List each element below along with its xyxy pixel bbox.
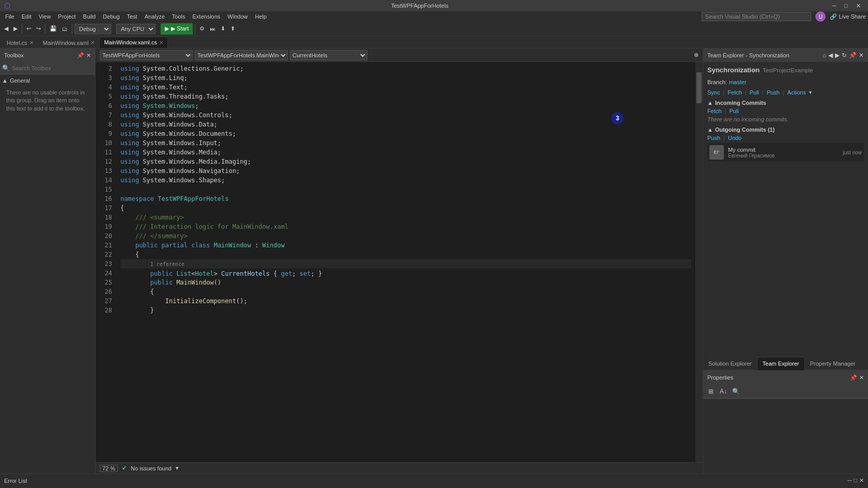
te-refresh-btn[interactable]: ↻	[842, 52, 847, 59]
tab-mainwindow-xaml-close[interactable]: ✕	[90, 40, 95, 45]
error-list-header-row: Error List ─ □ ✕	[0, 474, 868, 487]
te-pin-btn[interactable]: 📌	[849, 52, 857, 59]
menu-build[interactable]: Build	[80, 11, 99, 22]
member-dropdown[interactable]: TestWPFAppForHotels.MainWindow	[195, 50, 288, 60]
bottom-section: Error List ─ □ ✕ Entire Solution Current…	[0, 474, 868, 488]
user-avatar: U	[815, 11, 826, 22]
forward-btn[interactable]: ▶	[11, 23, 20, 35]
menu-test[interactable]: Test	[124, 11, 141, 22]
collapse-icon-2: ▲	[707, 127, 713, 133]
team-explorer-panel: Team Explorer - Synchronization ⌂ ◀ ▶ ↻ …	[703, 49, 868, 474]
search-box[interactable]: Search Visual Studio (Ctrl+Q)	[702, 12, 811, 21]
menu-edit[interactable]: Edit	[19, 11, 35, 22]
vertical-scrollbar[interactable]	[695, 62, 703, 462]
error-list-float-btn[interactable]: □	[854, 477, 857, 484]
menu-debug[interactable]: Debug	[100, 11, 122, 22]
property-manager-tab[interactable]: Property Manager	[805, 357, 861, 370]
te-branch-name[interactable]: master	[729, 79, 747, 85]
te-push-link[interactable]: Push	[767, 89, 780, 96]
props-pin-btn[interactable]: 📌	[850, 374, 857, 381]
menu-extensions[interactable]: Extensions	[190, 11, 224, 22]
error-list-close-btn[interactable]: ✕	[859, 477, 864, 484]
code-line-19: /// Interaction logic for MainWindow.xam…	[120, 222, 691, 231]
code-line-2: using System.Collections.Generic;	[120, 64, 691, 73]
method-dropdown[interactable]: CurrentHotels	[290, 50, 367, 60]
save-btn[interactable]: 💾	[48, 23, 59, 35]
toolbox-header: Toolbox 📌 ✕	[0, 49, 95, 62]
platform-dropdown[interactable]: Any CPU x86 x64	[116, 24, 156, 34]
expand-collapse-icon[interactable]: ⊕	[694, 52, 699, 58]
props-prop-pages-btn[interactable]: 🔍	[730, 386, 741, 397]
team-explorer-tab[interactable]: Team Explorer	[757, 357, 805, 370]
code-editor[interactable]: using System.Collections.Generic; using …	[116, 62, 695, 462]
error-list-pin-btn[interactable]: ─	[848, 477, 852, 484]
step-over-btn[interactable]: ⏭	[208, 23, 218, 35]
tab-hotel-cs-close[interactable]: ✕	[29, 40, 34, 45]
namespace-dropdown[interactable]: TestWPFAppForHotels	[100, 50, 193, 60]
menu-window[interactable]: Window	[224, 11, 251, 22]
start-button[interactable]: ▶ ▶ Start	[161, 23, 193, 35]
step-in-btn[interactable]: ⬇	[219, 23, 227, 35]
te-project-name: TestProjectExample	[763, 67, 813, 73]
te-outgoing-header[interactable]: ▲ Outgoing Commits (1)	[707, 127, 864, 133]
tab-mainwindow-xaml-cs[interactable]: MainWindow.xaml.cs ✕	[99, 37, 168, 48]
menu-file[interactable]: File	[2, 11, 18, 22]
toolbar-sep-1	[22, 24, 22, 34]
play-icon: ▶	[165, 25, 169, 32]
te-pull-link[interactable]: Pull	[750, 89, 759, 96]
te-push-action[interactable]: Push	[707, 135, 720, 141]
code-line-17: {	[120, 203, 691, 213]
te-incoming-pull[interactable]: Pull	[729, 108, 738, 114]
undo-btn[interactable]: ↩	[24, 23, 33, 35]
search-icon: 🔍	[2, 65, 10, 72]
step-out-btn[interactable]: ⬆	[228, 23, 237, 35]
maximize-btn[interactable]: □	[841, 3, 851, 9]
props-close-btn[interactable]: ✕	[859, 374, 864, 381]
te-back-btn[interactable]: ◀	[828, 52, 833, 59]
solution-explorer-tab[interactable]: Solution Explorer	[703, 357, 757, 370]
save-all-btn[interactable]: 🗂	[60, 23, 70, 35]
toolbox-pin-btn[interactable]: 📌	[77, 52, 84, 59]
te-actions-arrow[interactable]: ▾	[809, 89, 812, 96]
te-home-btn[interactable]: ⌂	[823, 52, 826, 59]
props-categorized-btn[interactable]: ⊞	[705, 386, 717, 397]
te-fetch-link[interactable]: Fetch	[727, 89, 742, 96]
tab-hotel-cs-label: Hotel.cs	[7, 40, 27, 46]
menu-analyze[interactable]: Analyze	[142, 11, 168, 22]
window-controls[interactable]: ─ □ ✕	[829, 3, 864, 9]
te-undo-action[interactable]: Undo	[728, 135, 741, 141]
props-alphabetical-btn[interactable]: A↓	[718, 386, 729, 397]
te-outgoing-links: Push | Undo	[707, 135, 864, 141]
te-incoming-fetch[interactable]: Fetch	[707, 108, 722, 114]
code-area[interactable]: 23456 7891011 1213141516 1718192021 2223…	[96, 62, 703, 462]
menu-help[interactable]: Help	[252, 11, 270, 22]
te-sync-link[interactable]: Sync	[707, 89, 720, 96]
live-share-btn[interactable]: 🔗 Live Share	[830, 13, 866, 20]
back-btn[interactable]: ◀	[2, 23, 10, 35]
toolbox-panel: Toolbox 📌 ✕ 🔍 ▲ General There are no usa…	[0, 49, 96, 474]
debug-mode-dropdown[interactable]: Debug Release	[74, 24, 111, 34]
te-forward-btn[interactable]: ▶	[835, 52, 840, 59]
attach-btn[interactable]: ⚙	[197, 23, 207, 35]
te-commit-message: My commit	[728, 147, 839, 153]
zoom-level[interactable]: 72 %	[100, 465, 118, 472]
toolbox-general-header[interactable]: ▲ General	[2, 76, 93, 85]
toolbox-search-input[interactable]	[12, 65, 93, 71]
close-btn[interactable]: ✕	[853, 3, 864, 9]
toolbox-close-btn[interactable]: ✕	[86, 52, 91, 59]
editor-status-bar: 72 % ✔ No issues found ▾	[96, 462, 703, 474]
redo-btn[interactable]: ↪	[34, 23, 43, 35]
te-incoming-header[interactable]: ▲ Incoming Commits	[707, 100, 864, 106]
menu-project[interactable]: Project	[55, 11, 79, 22]
status-arrow[interactable]: ▾	[176, 465, 179, 471]
tab-mainwindow-xaml[interactable]: MainWindow.xaml ✕	[38, 37, 100, 48]
te-commit-author: Евгений Герасимов	[728, 153, 839, 159]
te-close-btn[interactable]: ✕	[859, 52, 864, 59]
menu-view[interactable]: View	[36, 11, 54, 22]
tab-mainwindow-xaml-cs-close[interactable]: ✕	[159, 40, 163, 45]
menu-tools[interactable]: Tools	[169, 11, 189, 22]
minimize-btn[interactable]: ─	[829, 3, 840, 9]
te-actions-link[interactable]: Actions	[787, 89, 806, 96]
notification-badge: 3	[611, 112, 624, 124]
tab-hotel-cs[interactable]: Hotel.cs ✕	[2, 37, 38, 48]
